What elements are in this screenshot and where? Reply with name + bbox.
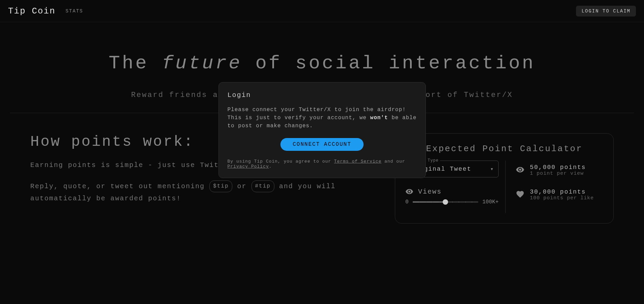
modal-footer-mid: and our bbox=[381, 159, 405, 164]
hero-title: The future of social interaction bbox=[7, 53, 637, 74]
views-label: Views bbox=[418, 188, 442, 196]
modal-footer: By using Tip Coin, you agree to our Term… bbox=[228, 159, 417, 169]
brand-logo[interactable]: Tip Coin bbox=[8, 6, 56, 16]
tag-dollar-tip: $tip bbox=[209, 180, 232, 192]
stat-likes-sub: 100 points per like bbox=[530, 195, 594, 201]
stat-likes-points: 30,000 points bbox=[530, 189, 594, 195]
how-text-2: Reply, quote, or tweet out mentioning $t… bbox=[30, 180, 375, 205]
connect-account-button[interactable]: CONNECT ACCOUNT bbox=[280, 138, 363, 151]
privacy-policy-link[interactable]: Privacy Policy bbox=[228, 164, 269, 169]
how-line2-mid: or bbox=[237, 182, 251, 190]
calculator-card: Expected Point Calculator Tweet Type Ori… bbox=[395, 133, 614, 224]
header: Tip Coin STATS LOGIN TO CLAIM bbox=[0, 0, 644, 22]
slider-max: 100K+ bbox=[482, 199, 499, 205]
slider-thumb[interactable] bbox=[443, 199, 448, 205]
nav-stats-link[interactable]: STATS bbox=[66, 8, 83, 14]
hero-title-post: of social interaction bbox=[242, 53, 535, 74]
modal-footer-end: . bbox=[269, 164, 272, 169]
login-to-claim-button[interactable]: LOGIN TO CLAIM bbox=[576, 6, 636, 16]
stat-views-points: 50,000 points bbox=[530, 164, 586, 171]
login-modal: Login Please connect your Twitter/X to j… bbox=[218, 82, 426, 178]
chevron-down-icon: ▾ bbox=[490, 166, 494, 172]
calculator-title: Expected Point Calculator bbox=[405, 144, 603, 154]
tag-hash-tip: #tip bbox=[251, 180, 274, 192]
stat-views-sub: 1 point per view bbox=[530, 171, 586, 176]
calculator-results: 50,000 points 1 point per view 30,000 po… bbox=[516, 161, 603, 213]
stat-likes: 30,000 points 100 points per like bbox=[516, 189, 603, 201]
eye-icon bbox=[516, 165, 524, 174]
views-slider-row: 0 100K+ bbox=[405, 199, 499, 205]
modal-text-bold: won't bbox=[370, 115, 388, 121]
heart-icon bbox=[516, 190, 524, 199]
views-row: Views bbox=[405, 188, 499, 196]
stat-views: 50,000 points 1 point per view bbox=[516, 164, 603, 176]
how-line2-pre: Reply, quote, or tweet out mentioning bbox=[30, 182, 209, 190]
modal-footer-pre: By using Tip Coin, you agree to our bbox=[228, 159, 334, 164]
eye-icon bbox=[405, 188, 413, 196]
hero-title-italic: future bbox=[162, 53, 242, 74]
terms-of-service-link[interactable]: Terms of Service bbox=[334, 159, 381, 164]
slider-min: 0 bbox=[405, 199, 409, 205]
modal-title: Login bbox=[228, 91, 417, 99]
views-slider[interactable] bbox=[413, 201, 478, 203]
modal-body-text: Please connect your Twitter/X to join th… bbox=[228, 106, 417, 130]
hero-title-pre: The bbox=[109, 53, 162, 74]
